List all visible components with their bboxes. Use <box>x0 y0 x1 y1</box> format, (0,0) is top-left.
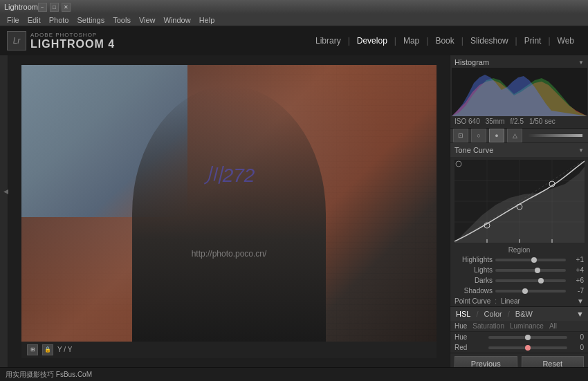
lights-value: +4 <box>569 266 584 274</box>
hsl-tab-color[interactable]: Color <box>482 310 503 318</box>
app-name-label: LIGHTROOM 4 <box>30 38 115 50</box>
tab-slideshow[interactable]: Slideshow <box>463 36 515 46</box>
minimize-button[interactable]: － <box>38 3 47 12</box>
lights-row: Lights +4 <box>450 265 588 275</box>
right-panel: Histogram ▼ ISO 640 35mm f/2.5 1/50 sec <box>450 55 588 367</box>
menu-help[interactable]: Help <box>195 16 219 24</box>
auto-tone-slider[interactable] <box>528 134 582 137</box>
region-label: Region <box>508 246 531 254</box>
tab-map[interactable]: Map <box>396 36 426 46</box>
shadows-track[interactable] <box>495 290 566 292</box>
red-label: Red <box>454 344 486 351</box>
hsl-tab-hsl[interactable]: HSL <box>454 310 472 318</box>
point-curve-label: Point Curve <box>454 297 490 305</box>
tool-redeye[interactable]: ● <box>489 129 504 142</box>
bottom-promo-text: 用实用摄影技巧 FsBus.CoM <box>6 370 92 380</box>
window-controls: － □ ✕ <box>38 3 71 12</box>
hue-label: Hue <box>454 333 486 341</box>
sub-tab-luminance[interactable]: Luminance <box>510 322 544 330</box>
darks-row: Darks +6 <box>450 275 588 286</box>
hsl-tab-bw[interactable]: B&W <box>514 310 534 318</box>
tab-print[interactable]: Print <box>517 36 549 46</box>
lights-track[interactable] <box>495 269 566 272</box>
darks-track[interactable] <box>495 279 566 282</box>
iso-value: ISO 640 <box>454 118 480 125</box>
bottom-buttons: Previous Reset <box>450 353 588 367</box>
zoom-fit-button[interactable]: ⊞ <box>27 344 38 355</box>
menu-tools[interactable]: Tools <box>109 16 135 24</box>
tone-curve-header[interactable]: Tone Curve ▼ <box>450 143 588 157</box>
red-track[interactable] <box>488 346 567 349</box>
hsl-expand-icon[interactable]: ▼ <box>576 310 584 318</box>
bottom-bar: 用实用摄影技巧 FsBus.CoM <box>0 367 588 381</box>
maximize-button[interactable]: □ <box>50 3 59 12</box>
histogram-section: Histogram ▼ ISO 640 35mm f/2.5 1/50 sec <box>450 55 588 129</box>
tab-library[interactable]: Library <box>309 36 348 46</box>
point-curve-row: Point Curve : Linear ▼ <box>450 296 588 306</box>
tone-curve-label: Tone Curve <box>454 146 493 154</box>
menu-view[interactable]: View <box>135 16 160 24</box>
photo-bottom-bar: ⊞ 🔒 Y / Y <box>21 342 437 358</box>
menu-window[interactable]: Window <box>160 16 195 24</box>
point-curve-expand[interactable]: ▼ <box>577 297 584 305</box>
main-area: ◀ 川272 http://photo.poco.cn/ ⊞ 🔒 Y / Y H… <box>0 55 588 367</box>
sub-tab-all[interactable]: All <box>549 322 557 330</box>
menu-bar: File Edit Photo Settings Tools View Wind… <box>0 14 588 26</box>
highlights-thumb[interactable] <box>531 257 537 263</box>
red-slider-row: Red 0 <box>450 342 588 353</box>
sub-tab-saturation[interactable]: Saturation <box>472 322 504 330</box>
nav-tabs: Library | Develop | Map | Book | Slidesh… <box>309 36 581 46</box>
reset-button[interactable]: Reset <box>522 356 585 367</box>
close-button[interactable]: ✕ <box>62 3 71 12</box>
histogram-canvas <box>452 68 587 116</box>
tone-curve-svg <box>454 160 585 243</box>
point-curve-value: Linear <box>501 297 520 305</box>
menu-settings[interactable]: Settings <box>73 16 109 24</box>
tab-book[interactable]: Book <box>428 36 461 46</box>
logo-text: ADOBE PHOTOSHOP LIGHTROOM 4 <box>30 32 115 50</box>
previous-button[interactable]: Previous <box>454 356 517 367</box>
adobe-label: ADOBE PHOTOSHOP <box>30 32 115 38</box>
lights-thumb[interactable] <box>535 268 540 273</box>
menu-file[interactable]: File <box>3 16 24 24</box>
left-panel: ◀ <box>0 55 8 367</box>
red-value: 0 <box>570 344 584 351</box>
shadows-thumb[interactable] <box>522 288 528 294</box>
histogram-header: Histogram ▼ <box>450 57 588 68</box>
title-bar: Lightroom － □ ✕ <box>0 0 588 14</box>
focal-value: 35mm <box>486 118 505 125</box>
lights-label: Lights <box>454 266 493 274</box>
zoom-level: Y / Y <box>57 346 72 353</box>
tool-heal[interactable]: ○ <box>471 129 486 142</box>
tool-gradient[interactable]: △ <box>507 129 522 142</box>
tool-strip: ⊡ ○ ● △ <box>450 129 588 143</box>
aperture-value: f/2.5 <box>511 118 524 125</box>
tone-curve-expand-icon: ▼ <box>578 147 584 154</box>
zoom-lock-button[interactable]: 🔒 <box>42 344 53 355</box>
highlights-row: Highlights +1 <box>450 254 588 265</box>
menu-edit[interactable]: Edit <box>24 16 45 24</box>
tool-crop[interactable]: ⊡ <box>453 129 468 142</box>
app-header: Lr ADOBE PHOTOSHOP LIGHTROOM 4 Library |… <box>0 26 588 55</box>
tone-curve-section: Tone Curve ▼ <box>450 143 588 307</box>
shadows-value: -7 <box>569 287 584 295</box>
camera-info: ISO 640 35mm f/2.5 1/50 sec <box>450 116 588 127</box>
tab-develop[interactable]: Develop <box>350 36 394 46</box>
highlights-track[interactable] <box>495 259 566 261</box>
histogram-expand[interactable]: ▼ <box>578 59 584 66</box>
menu-photo[interactable]: Photo <box>45 16 73 24</box>
highlights-value: +1 <box>569 256 584 263</box>
tab-web[interactable]: Web <box>551 36 581 46</box>
highlights-label: Highlights <box>454 256 493 263</box>
darks-label: Darks <box>454 277 493 284</box>
sub-tab-hue[interactable]: Hue <box>454 322 467 330</box>
hue-track[interactable] <box>488 336 567 339</box>
histogram-svg <box>452 68 587 116</box>
hue-thumb[interactable] <box>525 335 531 340</box>
hsl-header: HSL / Color / B&W ▼ <box>450 307 588 321</box>
logo-area: Lr ADOBE PHOTOSHOP LIGHTROOM 4 <box>7 31 115 50</box>
shadows-row: Shadows -7 <box>450 286 588 296</box>
lr-badge: Lr <box>7 31 26 50</box>
red-thumb[interactable] <box>525 345 531 351</box>
darks-thumb[interactable] <box>538 278 544 284</box>
